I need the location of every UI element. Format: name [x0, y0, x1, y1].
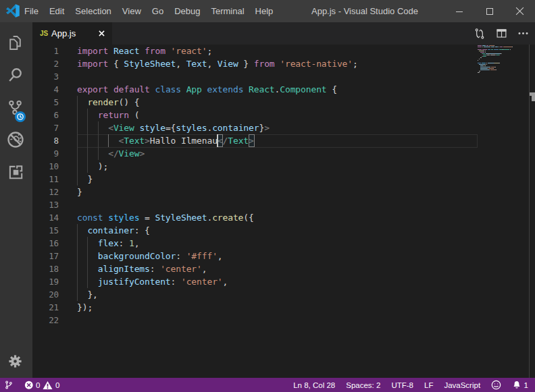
debug-icon[interactable] — [0, 123, 30, 156]
manage-gear-icon[interactable] — [0, 345, 30, 377]
minimap-segment — [482, 49, 487, 50]
minimap-segment — [490, 47, 490, 47]
language-mode-item[interactable]: JavaScript — [438, 378, 486, 392]
minimap-segment — [478, 63, 481, 63]
minimap-segment — [503, 49, 509, 50]
javascript-file-icon: JS — [40, 30, 51, 37]
minimap-segment — [478, 60, 478, 61]
minimize-button[interactable] — [444, 0, 474, 22]
minimap-segment — [490, 69, 496, 70]
eol-item[interactable]: LF — [419, 378, 438, 392]
line-number: 1 — [32, 45, 59, 57]
git-branch-item[interactable] — [4, 378, 19, 392]
line-number: 15 — [32, 224, 59, 237]
tab-bar: JS App.js — [32, 22, 535, 45]
minimap-segment — [486, 63, 487, 63]
minimap-segment — [480, 67, 490, 67]
minimap-segment — [499, 55, 500, 55]
cursor-position-item[interactable]: Ln 8, Col 28 — [293, 378, 340, 392]
code-line-18: alignItems: 'center', — [77, 262, 207, 275]
minimap-segment — [494, 45, 494, 46]
line-number: 21 — [32, 301, 59, 314]
maximize-button[interactable] — [474, 0, 505, 22]
window-title: App.js - Visual Studio Code — [263, 0, 466, 22]
more-actions-icon[interactable] — [516, 22, 530, 45]
minimap-segment — [488, 68, 494, 69]
explorer-icon[interactable] — [0, 26, 30, 59]
menu-go[interactable]: Go — [147, 0, 169, 22]
notifications-bell-item[interactable]: 1 — [507, 378, 528, 392]
menu-debug[interactable]: Debug — [169, 0, 205, 22]
encoding-item[interactable]: UTF-8 — [386, 378, 419, 392]
line-number: 3 — [32, 70, 59, 83]
code-line-4: export default class App extends React.C… — [77, 83, 337, 96]
minimap-segment — [485, 52, 486, 53]
line-number: 18 — [32, 262, 59, 275]
source-control-icon[interactable] — [0, 91, 30, 123]
editor-pane[interactable]: 12345678910111213141516171819202122 impo… — [32, 45, 535, 378]
minimap-segment — [486, 56, 486, 57]
code-line-6: return ( — [77, 109, 139, 121]
split-editor-icon[interactable] — [494, 22, 509, 45]
code-line-19: justifyContent: 'center', — [77, 275, 228, 288]
minimap-segment — [484, 47, 490, 47]
code-line-17: backgroundColor: '#fff', — [77, 250, 223, 262]
overview-ruler-cursor-marker2 — [532, 96, 535, 101]
minimap-segment — [487, 55, 490, 55]
line-number: 4 — [32, 83, 59, 96]
minimap-segment — [501, 53, 502, 54]
minimap-segment — [500, 47, 503, 47]
text-cursor — [217, 134, 218, 147]
title-bar: File Edit Selection View Go Debug Termin… — [0, 0, 535, 22]
tab-close-icon[interactable] — [95, 27, 108, 40]
minimap-segment — [480, 52, 484, 53]
minimap-segment — [478, 45, 482, 46]
feedback-smiley-icon[interactable] — [486, 378, 507, 392]
vscode-window: File Edit Selection View Go Debug Termin… — [0, 0, 535, 392]
tab-appjs[interactable]: JS App.js — [32, 22, 112, 45]
code-line-11: } — [77, 173, 93, 186]
line-number: 13 — [32, 198, 59, 211]
minimap-segment — [485, 64, 486, 65]
minimap-segment — [482, 47, 483, 47]
minimap-segment — [480, 69, 490, 70]
minimap-segment — [482, 45, 486, 46]
minimap-segment — [490, 67, 490, 67]
extensions-icon[interactable] — [0, 156, 30, 188]
problems-item[interactable]: 0 0 — [19, 378, 65, 392]
code-line-14: const styles = StyleSheet.create({ — [77, 211, 254, 224]
minimap-segment — [494, 47, 494, 47]
close-window-button[interactable] — [505, 0, 535, 22]
minimap-segment — [493, 68, 494, 69]
minimap-segment — [480, 68, 487, 69]
minimap-segment — [483, 65, 484, 66]
minimap-segment — [478, 49, 482, 50]
status-bar: 0 0 Ln 8, Col 28 Spaces: 2 UTF-8 LF Java… — [0, 378, 535, 392]
minimap-segment — [488, 63, 494, 63]
open-changes-icon[interactable] — [473, 22, 487, 45]
indentation-item[interactable]: Spaces: 2 — [340, 378, 386, 392]
minimap-segment — [510, 49, 511, 50]
minimap-segment — [480, 57, 482, 58]
menu-file[interactable]: File — [19, 0, 44, 22]
minimap-segment — [486, 45, 489, 46]
code-line-2: import { StyleSheet, Text, View } from '… — [77, 57, 358, 70]
minimap-segment — [479, 64, 485, 65]
line-number: 20 — [32, 288, 59, 301]
activity-bar — [0, 22, 32, 378]
code-line-16: flex: 1, — [77, 237, 139, 250]
menu-terminal[interactable]: Terminal — [205, 0, 249, 22]
warning-count: 0 — [55, 381, 59, 389]
minimap-segment — [499, 63, 500, 63]
minimap-segment — [494, 49, 499, 50]
menu-selection[interactable]: Selection — [70, 0, 116, 22]
code-line-20: }, — [77, 288, 98, 301]
code-line-12: } — [77, 186, 82, 198]
menu-view[interactable]: View — [117, 0, 147, 22]
menu-edit[interactable]: Edit — [44, 0, 70, 22]
minimap-segment — [490, 55, 495, 55]
search-icon[interactable] — [0, 59, 30, 91]
minimap-segment — [489, 45, 494, 46]
code-line-21: }); — [77, 301, 93, 314]
minimap-segment — [482, 53, 485, 54]
